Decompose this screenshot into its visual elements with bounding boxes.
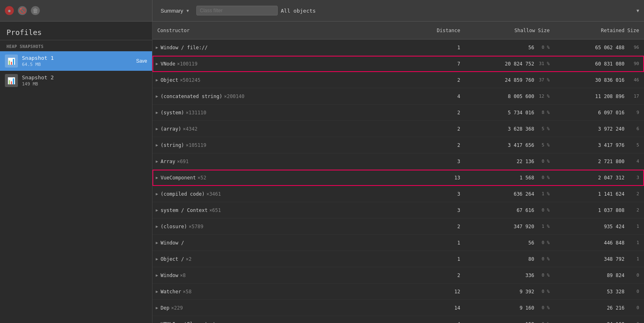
table-row[interactable]: ▶ (string) ×105119 2 3 417 656 5 % 3 417… [152, 137, 644, 153]
table-row[interactable]: ▶ Object ×501245 2 24 859 760 37 % 30 83… [152, 72, 644, 88]
table-row[interactable]: ▶ Window / file:// 1 56 0 % 65 062 488 9… [152, 39, 644, 56]
constructor-name-0: Window / file:// [161, 45, 208, 50]
cell-distance-17: 4 [416, 321, 465, 323]
table-row[interactable]: ▶ Window / 1 56 0 % 446 848 1 [152, 235, 644, 251]
cell-distance-4: 2 [416, 110, 465, 116]
constructor-name-5: (array) [161, 126, 181, 132]
table-row[interactable]: ▶ (array) ×4342 2 3 628 368 5 % 3 972 24… [152, 121, 644, 137]
expand-arrow-13[interactable]: ▶ [156, 257, 158, 261]
expand-arrow-10[interactable]: ▶ [156, 208, 158, 212]
table-row[interactable]: ▶ (compiled code) ×3461 3 636 264 1 % 1 … [152, 186, 644, 202]
shallow-pct-11: 1 % [537, 224, 550, 229]
cell-distance-3: 4 [416, 94, 465, 99]
constructor-name-6: (string) [161, 142, 184, 148]
snapshot-name-1: Snapshot 1 [22, 55, 132, 61]
all-objects-dropdown-arrow[interactable]: ▼ [636, 8, 639, 13]
table-row[interactable]: ▶ (concatenated string) ×200140 4 8 005 … [152, 88, 644, 105]
close-button[interactable]: ● [5, 6, 14, 15]
expand-arrow-4[interactable]: ▶ [156, 110, 158, 115]
expand-arrow-16[interactable]: ▶ [156, 306, 158, 310]
cell-retained-9: 1 141 624 2 [555, 191, 644, 197]
table-row[interactable]: ▶ Watcher ×58 12 9 392 0 % 53 328 0 [152, 284, 644, 300]
snapshot-info-2: Snapshot 2 149 MB [22, 74, 147, 87]
col-header-constructor: Constructor [152, 28, 416, 33]
table-row[interactable]: ▶ (closure) ×5789 2 347 920 1 % 935 424 … [152, 218, 644, 235]
shallow-pct-9: 1 % [537, 191, 550, 196]
class-filter-input[interactable] [196, 6, 278, 15]
expand-arrow-9[interactable]: ▶ [156, 192, 158, 196]
constructor-name-9: (compiled code) [161, 191, 205, 197]
retained-size-value-12: 446 848 [604, 240, 624, 246]
cell-distance-7: 3 [416, 159, 465, 164]
snapshot-item-2[interactable]: 📊 Snapshot 2 149 MB [0, 71, 152, 90]
table-body: ▶ Window / file:// 1 56 0 % 65 062 488 9… [152, 39, 644, 323]
cell-retained-13: 348 792 1 [555, 256, 644, 262]
cell-shallow-8: 1 568 0 % [465, 175, 555, 181]
expand-arrow-12[interactable]: ▶ [156, 240, 158, 245]
cell-retained-4: 6 097 016 9 [555, 110, 644, 116]
constructor-count-9: ×3461 [206, 191, 221, 197]
expand-arrow-2[interactable]: ▶ [156, 78, 158, 82]
cell-constructor-5: ▶ (array) ×4342 [152, 126, 416, 132]
table-row[interactable]: ▶ HTMLInputElement ×4 4 152 0 % 24 160 0 [152, 316, 644, 323]
expand-arrow-11[interactable]: ▶ [156, 224, 158, 229]
table-row[interactable]: ▶ Array ×691 3 22 136 0 % 2 721 800 4 [152, 153, 644, 170]
shallow-pct-2: 37 % [537, 77, 550, 83]
cell-retained-2: 30 836 016 46 [555, 77, 644, 83]
retained-pct-5: 6 [626, 126, 639, 131]
retained-size-value-15: 53 328 [607, 289, 624, 295]
snapshot-name-2: Snapshot 2 [22, 74, 147, 81]
table-row[interactable]: ▶ (system) ×131110 2 5 734 016 8 % 6 097… [152, 105, 644, 121]
cell-shallow-1: 20 824 752 31 % [465, 61, 555, 67]
shallow-size-value-0: 56 [529, 45, 534, 50]
stop-button[interactable]: 🚫 [18, 6, 27, 15]
table-row[interactable]: ▶ Object / ×2 1 80 0 % 348 792 1 [152, 251, 644, 267]
sidebar: Profiles HEAP SNAPSHOTS 📊 Snapshot 1 64.… [0, 22, 152, 323]
expand-arrow-8[interactable]: ▶ [156, 175, 158, 180]
snapshot-icon-2: 📊 [5, 74, 18, 87]
expand-arrow-5[interactable]: ▶ [156, 127, 158, 131]
expand-arrow-15[interactable]: ▶ [156, 289, 158, 294]
cell-shallow-0: 56 0 % [465, 45, 555, 50]
table-row[interactable]: ▶ system / Context ×651 3 67 616 0 % 1 0… [152, 202, 644, 218]
table-row[interactable]: ▶ VueComponent ×52 13 1 568 0 % 2 047 31… [152, 170, 644, 186]
content-area: Constructor Distance Shallow Size Retain… [152, 22, 644, 323]
expand-arrow-7[interactable]: ▶ [156, 159, 158, 164]
cell-constructor-7: ▶ Array ×691 [152, 159, 416, 164]
expand-arrow-0[interactable]: ▶ [156, 45, 158, 50]
save-button-1[interactable]: Save [136, 58, 147, 64]
table-row[interactable]: ▶ Window ×8 2 336 0 % 89 824 0 [152, 267, 644, 284]
cell-distance-14: 2 [416, 273, 465, 278]
table-row[interactable]: ▶ Dep ×229 14 9 160 0 % 26 216 0 [152, 300, 644, 316]
top-bar: ● 🚫 🗑 Summary ▼ All objects ▼ [0, 0, 644, 22]
cell-constructor-14: ▶ Window ×8 [152, 273, 416, 278]
snapshot-item-1[interactable]: 📊 Snapshot 1 64.5 MB Save [0, 51, 152, 71]
expand-arrow-14[interactable]: ▶ [156, 273, 158, 277]
table-row[interactable]: ▶ VNode ×100119 7 20 824 752 31 % 60 831… [152, 56, 644, 72]
shallow-size-value-8: 1 568 [520, 175, 534, 181]
shallow-pct-4: 8 % [537, 110, 550, 115]
delete-button[interactable]: 🗑 [31, 6, 40, 15]
snapshot-icon-1: 📊 [5, 55, 18, 68]
cell-retained-16: 26 216 0 [555, 305, 644, 311]
expand-arrow-6[interactable]: ▶ [156, 143, 158, 147]
constructor-count-10: ×651 [209, 207, 221, 213]
constructor-count-5: ×4342 [183, 126, 198, 132]
expand-arrow-1[interactable]: ▶ [156, 61, 158, 66]
retained-pct-14: 0 [626, 273, 639, 278]
summary-label: Summary [161, 8, 183, 14]
summary-dropdown[interactable]: Summary ▼ [157, 6, 193, 15]
shallow-pct-16: 0 % [537, 305, 550, 310]
constructor-name-7: Array [161, 159, 175, 164]
cell-retained-8: 2 047 312 3 [555, 175, 644, 181]
constructor-count-13: ×2 [186, 256, 191, 262]
table-header: Constructor Distance Shallow Size Retain… [152, 22, 644, 39]
cell-constructor-1: ▶ VNode ×100119 [152, 61, 416, 67]
cell-retained-6: 3 417 976 5 [555, 142, 644, 148]
top-bar-left: ● 🚫 🗑 [0, 0, 152, 21]
top-bar-right: Summary ▼ All objects ▼ [152, 0, 644, 21]
constructor-name-4: (system) [161, 110, 184, 116]
shallow-pct-6: 5 % [537, 142, 550, 148]
constructor-count-2: ×501245 [180, 77, 200, 83]
expand-arrow-3[interactable]: ▶ [156, 94, 158, 98]
